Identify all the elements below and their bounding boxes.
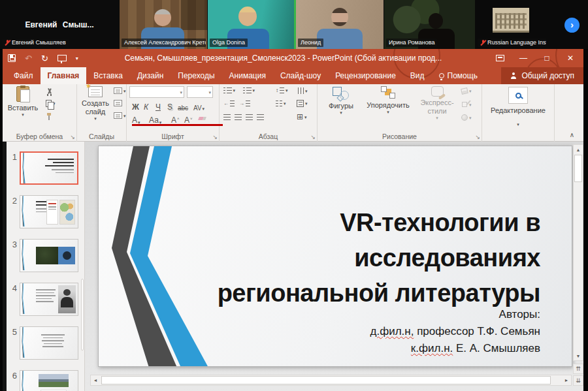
tab-insert[interactable]: Вставка <box>86 67 130 84</box>
bullets-button[interactable]: ▾ <box>223 87 235 93</box>
shrink-font-button[interactable]: А˅ <box>184 114 193 125</box>
reset-slide-button[interactable] <box>114 100 122 106</box>
text-shadow-button[interactable]: S <box>167 101 172 112</box>
line-spacing-icon: ↕ <box>276 88 278 93</box>
change-case-button[interactable]: Аа▾ <box>149 114 161 125</box>
scroll-down-icon[interactable]: ▼ <box>574 351 583 360</box>
tab-transitions[interactable]: Переходы <box>171 67 221 84</box>
dialog-launcher-icon[interactable]: ↘ <box>475 134 480 140</box>
tab-animations[interactable]: Анимация <box>222 67 273 84</box>
new-slide-icon: ★ <box>88 86 103 97</box>
tab-slideshow[interactable]: Слайд-шоу <box>273 67 328 84</box>
clear-formatting-button[interactable] <box>199 116 206 121</box>
tab-view[interactable]: Вид <box>403 67 432 84</box>
font-size-combobox[interactable]: ▾ <box>187 86 213 98</box>
align-right-button[interactable] <box>246 114 253 120</box>
slide-thumbnail-6[interactable] <box>20 370 78 391</box>
cut-button[interactable] <box>46 88 53 96</box>
customize-qat-caret-icon[interactable]: ▾ <box>76 55 78 61</box>
paste-button[interactable]: Вставить ▾ <box>7 86 39 117</box>
scroll-up-icon[interactable]: ▲ <box>574 145 583 154</box>
strikethrough-button[interactable]: abc <box>178 102 188 112</box>
slide-canvas[interactable]: VR-технологии в исследованиях региональн… <box>98 146 572 367</box>
slide-layout-button[interactable]: ▾ <box>114 87 126 94</box>
tab-help[interactable]: Помощь <box>432 67 485 84</box>
numbering-button[interactable]: ▾ <box>243 87 255 93</box>
close-button[interactable]: ✕ <box>559 49 582 67</box>
character-spacing-button[interactable]: AV▾ <box>193 101 204 111</box>
slide-title-textbox[interactable]: VR-технологии в исследованиях региональн… <box>218 205 540 311</box>
share-button[interactable]: Общий доступ <box>501 67 583 84</box>
quick-styles-button[interactable]: Экспресс-стили ▾ <box>417 86 457 120</box>
participant-tile-aleksey: Алексей Александрович Кретов <box>120 0 207 49</box>
shape-effects-button[interactable]: ▾ <box>461 114 472 121</box>
text-direction-button[interactable]: ▾ <box>298 87 308 94</box>
scroll-right-icon[interactable]: ► <box>562 375 571 385</box>
participant-head <box>331 8 348 26</box>
undo-icon[interactable]: ↶ <box>25 54 32 63</box>
participant-head <box>429 13 443 29</box>
save-icon[interactable] <box>8 54 16 62</box>
section-button[interactable]: ▾ <box>114 112 126 119</box>
font-name-combobox[interactable]: ▾ <box>129 86 184 98</box>
dropdown-caret-icon: ▾ <box>94 116 97 121</box>
eraser-icon <box>199 116 206 121</box>
horizontal-scrollbar[interactable]: ◄ ► <box>90 375 572 386</box>
slide-thumbnail-5[interactable] <box>20 326 78 360</box>
thumbnail-scrollbar[interactable] <box>81 279 84 351</box>
align-left-button[interactable] <box>223 114 231 120</box>
dialog-launcher-icon[interactable]: ↘ <box>70 134 75 140</box>
tab-home[interactable]: Главная <box>41 67 87 84</box>
new-slide-button[interactable]: ★ Создать слайд ▾ <box>78 86 112 121</box>
horizontal-scroll-thumb[interactable] <box>101 376 551 384</box>
grow-font-button[interactable]: А˄ <box>171 114 180 125</box>
tab-design[interactable]: Дизайн <box>130 67 171 84</box>
collapse-ribbon-icon[interactable]: ∧ <box>570 131 574 138</box>
next-participants-button[interactable]: › <box>564 18 580 33</box>
start-slideshow-icon[interactable] <box>57 55 67 61</box>
editing-label[interactable]: Редактирование <box>482 106 554 114</box>
ribbon-display-options-button[interactable] <box>488 49 512 67</box>
format-painter-button[interactable] <box>46 113 52 120</box>
format-painter-icon <box>46 113 52 120</box>
align-text-button[interactable]: ▾ <box>297 100 308 107</box>
find-button[interactable] <box>508 87 528 104</box>
slide-thumbnail-3[interactable] <box>20 239 78 272</box>
underline-button[interactable]: Ч <box>155 101 161 112</box>
justify-button[interactable] <box>257 114 264 120</box>
dialog-launcher-icon[interactable]: ↘ <box>310 134 316 140</box>
italic-button[interactable]: К <box>144 101 148 112</box>
copy-button[interactable]: ▾ <box>46 100 56 107</box>
tab-file[interactable]: Файл <box>7 67 41 84</box>
vertical-scrollbar[interactable]: ▲ ▼ <box>573 144 583 361</box>
dialog-launcher-icon[interactable]: ↘ <box>212 134 218 140</box>
previous-slide-button[interactable]: ⇈ <box>573 364 583 374</box>
arrange-button[interactable]: Упорядочить ▾ <box>362 86 414 114</box>
window-controls: — □ ✕ <box>488 49 582 67</box>
next-slide-button[interactable]: ⇊ <box>573 375 583 386</box>
maximize-button[interactable]: □ <box>535 49 559 67</box>
slide-thumbnail-2[interactable] <box>20 195 78 228</box>
bold-button[interactable]: Ж <box>132 101 139 112</box>
shapes-button[interactable]: Фигуры ▾ <box>323 86 359 115</box>
mini-landscape <box>39 374 69 387</box>
minimize-button[interactable]: — <box>512 49 535 67</box>
slide-authors-textbox[interactable]: Авторы: д.фил.н, профессор Т.Ф. Семьян к… <box>370 306 540 357</box>
institute-building-image <box>493 8 529 33</box>
shape-effects-icon <box>461 114 468 121</box>
vertical-scroll-thumb[interactable] <box>574 155 582 182</box>
increase-indent-button[interactable]: → <box>239 101 250 106</box>
shape-fill-button[interactable]: ▾ <box>461 88 472 94</box>
mic-muted-icon <box>480 40 485 46</box>
tab-review[interactable]: Рецензирование <box>328 67 403 84</box>
line-spacing-button[interactable]: ↕▾ <box>276 87 288 93</box>
convert-smartart-button[interactable]: ⊞▾ <box>297 113 307 121</box>
redo-icon[interactable]: ↻ <box>41 54 48 63</box>
shape-outline-button[interactable]: ▾ <box>461 101 472 108</box>
decrease-indent-button[interactable]: ← <box>223 101 235 106</box>
scroll-left-icon[interactable]: ◄ <box>91 375 100 385</box>
slide-thumbnail-4[interactable] <box>20 283 78 316</box>
slide-thumbnail-1[interactable] <box>20 151 78 185</box>
columns-button[interactable]: ▾ <box>276 101 286 106</box>
align-center-button[interactable] <box>235 114 242 120</box>
